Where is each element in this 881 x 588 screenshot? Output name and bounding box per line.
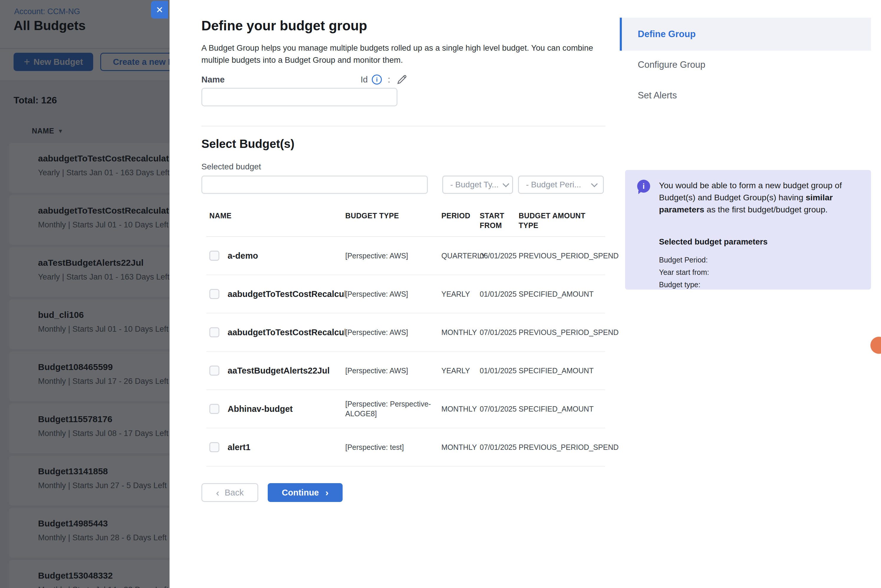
table-row: alert1 [Perspective: test] MONTHLY 07/01… (206, 428, 605, 466)
column-header: BUDGET TYPE (345, 211, 441, 220)
info-icon-letter: i (376, 76, 378, 83)
budget-type-select[interactable]: - Budget Ty... (442, 176, 513, 194)
row-start-from: 07/01/2025 (480, 442, 519, 452)
column-header: PERIOD (441, 211, 480, 220)
table-row: aabudgetToTestCostRecalcul... [Perspecti… (206, 314, 605, 352)
section-divider (201, 126, 605, 126)
continue-button[interactable]: Continue › (268, 483, 343, 502)
selected-budget-label: Selected budget (201, 162, 261, 171)
chevron-down-icon (502, 181, 509, 188)
budget-group-drawer: ✕ Define your budget group A Budget Grou… (170, 0, 881, 588)
table-row: aaTestBudgetAlerts22Jul [Perspective: AW… (206, 352, 605, 390)
row-start-from: 06/01/2025 (480, 251, 519, 261)
select-budgets-heading: Select Budget(s) (201, 137, 295, 150)
row-start-from: 01/01/2025 (480, 289, 519, 299)
column-header: NAME (209, 211, 345, 220)
selected-parameters-list: Budget Period:Year start from:Budget typ… (659, 254, 709, 291)
row-budget-name: aaTestBudgetAlerts22Jul (228, 366, 330, 376)
back-button[interactable]: ‹ Back (201, 483, 258, 502)
row-period: MONTHLY (441, 442, 480, 452)
info-icon[interactable]: i (372, 75, 382, 84)
row-period: YEARLY (441, 289, 480, 299)
row-checkbox[interactable] (209, 289, 219, 299)
close-button[interactable]: ✕ (151, 1, 168, 18)
name-field-label: Name (201, 75, 225, 84)
edit-pencil-icon[interactable] (396, 74, 408, 86)
row-budget-type: [Perspective: AWS] (345, 328, 441, 337)
continue-label: Continue (282, 488, 319, 498)
row-amount-type: SPECIFIED_AMOUNT (519, 289, 605, 299)
row-amount-type: PREVIOUS_PERIOD_SPEND (519, 328, 605, 337)
budget-period-select[interactable]: - Budget Peri... (518, 176, 604, 194)
info-text-2: as the first budget/budget group. (704, 205, 828, 214)
drawer-title: Define your budget group (201, 18, 367, 34)
row-amount-type: SPECIFIED_AMOUNT (519, 404, 605, 414)
row-period: MONTHLY (441, 404, 480, 414)
chevron-down-icon (591, 181, 598, 188)
column-header: START FROM (480, 211, 519, 230)
row-checkbox[interactable] (209, 442, 219, 452)
id-group: Id i : (361, 74, 408, 86)
back-label: Back (225, 488, 244, 498)
parameter-line: Budget type: (659, 278, 709, 291)
step-define-group[interactable]: Define Group (620, 18, 871, 51)
row-start-from: 01/01/2025 (480, 366, 519, 376)
row-period: QUARTERLY (441, 251, 480, 261)
row-period: YEARLY (441, 366, 480, 376)
table-header-row: NAMEBUDGET TYPEPERIODSTART FROMBUDGET AM… (206, 211, 605, 237)
step-configure-group[interactable]: Configure Group (620, 48, 871, 81)
drawer-description: A Budget Group helps you manage multiple… (201, 42, 621, 66)
row-budget-name: Abhinav-budget (228, 404, 293, 414)
info-bubble-tail (638, 190, 642, 194)
row-checkbox[interactable] (209, 251, 219, 261)
selected-parameters-heading: Selected budget parameters (659, 237, 767, 247)
step-set-alerts[interactable]: Set Alerts (620, 79, 871, 112)
parameter-line: Budget Period: (659, 254, 709, 266)
row-checkbox[interactable] (209, 327, 219, 337)
chevron-left-icon: ‹ (216, 488, 219, 498)
budget-type-select-value: - Budget Ty... (450, 180, 499, 189)
row-amount-type: SPECIFIED_AMOUNT (519, 366, 605, 376)
column-header: BUDGET AMOUNT TYPE (519, 211, 605, 230)
row-checkbox[interactable] (209, 404, 219, 414)
info-bubble-letter: i (643, 182, 645, 190)
row-budget-name: alert1 (228, 442, 250, 452)
budget-search-input[interactable] (201, 176, 428, 194)
row-budget-name: a-demo (228, 251, 258, 261)
info-panel: i You would be able to form a new budget… (625, 170, 871, 290)
row-budget-type: [Perspective: test] (345, 442, 441, 452)
row-budget-type: [Perspective: AWS] (345, 366, 441, 376)
row-amount-type: PREVIOUS_PERIOD_SPEND (519, 442, 605, 452)
group-name-input[interactable] (201, 88, 397, 106)
row-budget-type: [Perspective: AWS] (345, 251, 441, 261)
close-icon: ✕ (156, 5, 163, 15)
row-start-from: 07/01/2025 (480, 404, 519, 414)
table-row: a-demo [Perspective: AWS] QUARTERLY 06/0… (206, 237, 605, 275)
id-label: Id (361, 75, 368, 84)
row-period: MONTHLY (441, 328, 480, 337)
row-budget-name: aabudgetToTestCostRecalcul... (228, 289, 345, 299)
row-checkbox[interactable] (209, 366, 219, 376)
table-row: aabudgetToTestCostRecalcul... [Perspecti… (206, 275, 605, 314)
table-body: a-demo [Perspective: AWS] QUARTERLY 06/0… (206, 237, 605, 466)
row-amount-type: PREVIOUS_PERIOD_SPEND (519, 251, 605, 261)
budget-period-select-value: - Budget Peri... (526, 180, 581, 189)
parameter-line: Year start from: (659, 266, 709, 278)
chevron-right-icon: › (326, 488, 329, 497)
row-start-from: 07/01/2025 (480, 328, 519, 337)
info-panel-text: You would be able to form a new budget g… (659, 179, 865, 216)
row-budget-type: [Perspective: Perspective-ALOGE8] (345, 399, 441, 418)
row-budget-name: aabudgetToTestCostRecalcul... (228, 328, 345, 337)
id-colon: : (388, 75, 390, 84)
budgets-table: NAMEBUDGET TYPEPERIODSTART FROMBUDGET AM… (206, 211, 605, 466)
table-row: Abhinav-budget [Perspective: Perspective… (206, 390, 605, 428)
row-budget-type: [Perspective: AWS] (345, 289, 441, 299)
